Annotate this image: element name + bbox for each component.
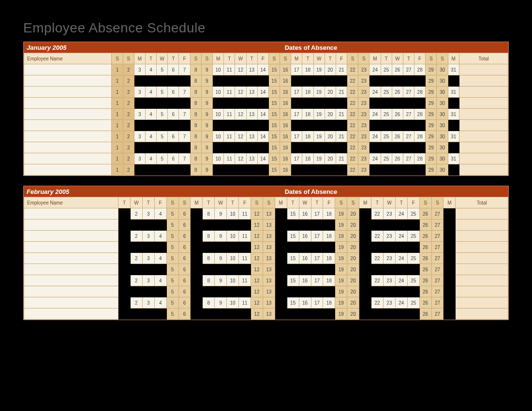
day-cell[interactable]: [130, 264, 142, 275]
day-cell[interactable]: 27: [431, 220, 443, 231]
day-cell[interactable]: 22: [347, 109, 358, 120]
day-cell[interactable]: 2: [123, 164, 134, 176]
day-cell[interactable]: [212, 75, 223, 87]
day-cell[interactable]: 29: [426, 142, 437, 153]
day-cell[interactable]: 24: [395, 253, 407, 264]
day-cell[interactable]: [291, 164, 302, 176]
day-cell[interactable]: 23: [383, 297, 395, 308]
day-cell[interactable]: 10: [212, 153, 223, 164]
day-cell[interactable]: [134, 75, 145, 87]
day-cell[interactable]: [392, 164, 403, 176]
day-cell[interactable]: [287, 308, 299, 320]
day-cell[interactable]: 9: [201, 64, 212, 75]
day-cell[interactable]: 16: [280, 109, 291, 120]
day-cell[interactable]: 8: [190, 164, 201, 176]
day-cell[interactable]: [224, 120, 235, 131]
day-cell[interactable]: 13: [246, 87, 257, 98]
day-cell[interactable]: 5: [166, 264, 178, 275]
day-cell[interactable]: 22: [347, 120, 358, 131]
day-cell[interactable]: 9: [201, 142, 212, 153]
day-cell[interactable]: [443, 242, 456, 253]
day-cell[interactable]: 9: [201, 131, 212, 142]
day-cell[interactable]: 27: [403, 87, 414, 98]
day-cell[interactable]: 15: [268, 109, 280, 120]
day-cell[interactable]: [239, 242, 251, 253]
employee-name-cell[interactable]: [24, 164, 112, 176]
day-cell[interactable]: 20: [347, 308, 359, 320]
day-cell[interactable]: 3: [134, 87, 145, 98]
day-cell[interactable]: 5: [157, 109, 168, 120]
day-cell[interactable]: [215, 286, 227, 297]
day-cell[interactable]: 10: [227, 231, 239, 242]
day-cell[interactable]: 13: [263, 286, 275, 297]
day-cell[interactable]: 13: [263, 220, 275, 231]
day-cell[interactable]: 2: [123, 87, 134, 98]
day-cell[interactable]: [407, 220, 419, 231]
day-cell[interactable]: [299, 242, 311, 253]
day-cell[interactable]: [325, 142, 336, 153]
day-cell[interactable]: 5: [157, 131, 168, 142]
day-cell[interactable]: 9: [201, 75, 212, 87]
day-cell[interactable]: [239, 286, 251, 297]
day-cell[interactable]: [212, 142, 223, 153]
day-cell[interactable]: [257, 164, 268, 176]
day-cell[interactable]: 5: [157, 64, 168, 75]
employee-name-cell[interactable]: [24, 286, 118, 297]
employee-name-cell[interactable]: [24, 142, 112, 153]
day-cell[interactable]: 16: [299, 253, 311, 264]
day-cell[interactable]: [275, 220, 287, 231]
day-cell[interactable]: [287, 242, 299, 253]
day-cell[interactable]: 17: [291, 64, 302, 75]
day-cell[interactable]: [157, 142, 168, 153]
day-cell[interactable]: [203, 286, 215, 297]
day-cell[interactable]: 12: [251, 231, 263, 242]
day-cell[interactable]: [134, 164, 145, 176]
day-cell[interactable]: 26: [419, 308, 431, 320]
day-cell[interactable]: 29: [426, 64, 437, 75]
day-cell[interactable]: [168, 164, 179, 176]
day-cell[interactable]: 30: [437, 142, 448, 153]
day-cell[interactable]: [369, 164, 381, 176]
day-cell[interactable]: [239, 264, 251, 275]
day-cell[interactable]: 24: [369, 109, 381, 120]
day-cell[interactable]: [291, 75, 302, 87]
day-cell[interactable]: 10: [227, 297, 239, 308]
day-cell[interactable]: 26: [419, 253, 431, 264]
day-cell[interactable]: 19: [335, 264, 347, 275]
day-cell[interactable]: [369, 142, 381, 153]
day-cell[interactable]: 16: [299, 275, 311, 286]
day-cell[interactable]: 19: [335, 231, 347, 242]
day-cell[interactable]: [142, 264, 154, 275]
day-cell[interactable]: [359, 308, 371, 320]
day-cell[interactable]: [383, 308, 395, 320]
day-cell[interactable]: 23: [383, 208, 395, 220]
day-cell[interactable]: [191, 264, 203, 275]
day-cell[interactable]: 27: [431, 231, 443, 242]
day-cell[interactable]: 22: [347, 164, 358, 176]
day-cell[interactable]: [118, 286, 131, 297]
day-cell[interactable]: 25: [407, 275, 419, 286]
day-cell[interactable]: 6: [168, 109, 179, 120]
day-cell[interactable]: [359, 242, 371, 253]
day-cell[interactable]: [448, 164, 459, 176]
day-cell[interactable]: [383, 220, 395, 231]
day-cell[interactable]: 22: [347, 131, 358, 142]
day-cell[interactable]: [448, 142, 459, 153]
day-cell[interactable]: 24: [395, 297, 407, 308]
day-cell[interactable]: 18: [323, 253, 335, 264]
day-cell[interactable]: [336, 142, 347, 153]
day-cell[interactable]: 22: [347, 75, 358, 87]
day-cell[interactable]: 28: [414, 131, 426, 142]
day-cell[interactable]: 4: [154, 275, 166, 286]
day-cell[interactable]: 23: [358, 109, 369, 120]
day-cell[interactable]: 17: [291, 153, 302, 164]
day-cell[interactable]: 3: [134, 131, 145, 142]
day-cell[interactable]: 12: [251, 253, 263, 264]
day-cell[interactable]: [313, 98, 325, 109]
day-cell[interactable]: [246, 164, 257, 176]
day-cell[interactable]: [246, 120, 257, 131]
day-cell[interactable]: 6: [178, 242, 191, 253]
day-cell[interactable]: [154, 308, 166, 320]
day-cell[interactable]: [239, 308, 251, 320]
day-cell[interactable]: [145, 75, 156, 87]
